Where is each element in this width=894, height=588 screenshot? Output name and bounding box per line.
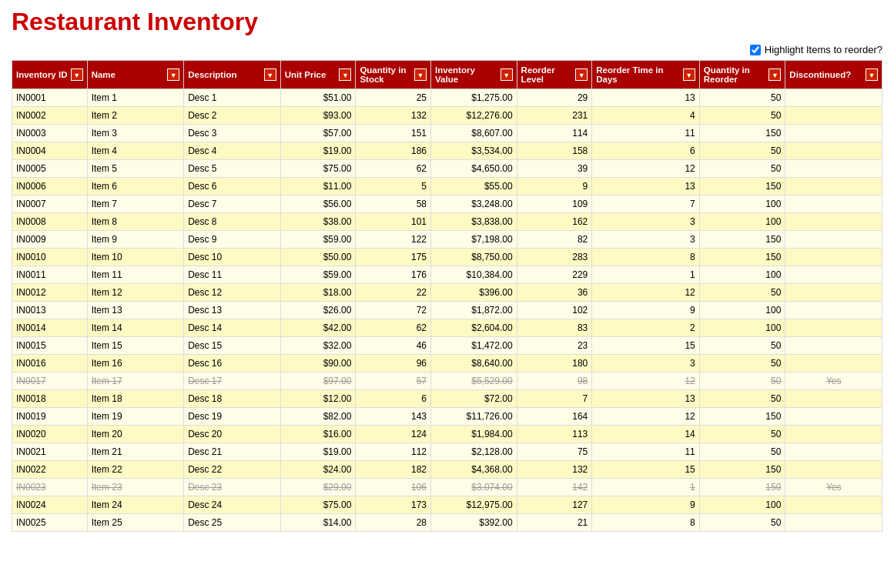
table-cell: 100 [699,213,785,231]
table-cell: 6 [592,142,700,160]
table-cell: Desc 24 [184,496,281,514]
table-cell: Desc 19 [184,408,281,426]
table-cell [785,408,882,426]
table-cell: 6 [356,390,431,408]
table-row: IN0001Item 1Desc 1$51.0025$1,275.0029135… [12,89,882,107]
table-cell: $4,650.00 [431,160,517,178]
table-cell: $93.00 [280,107,356,125]
table-cell: 25 [356,89,431,107]
table-cell: $82.00 [280,408,356,426]
table-cell: Desc 1 [184,89,281,107]
table-cell: 12 [592,160,700,178]
table-row: IN0006Item 6Desc 6$11.005$55.00913150 [12,178,882,195]
col-name-dropdown[interactable]: ▼ [167,68,179,81]
table-cell: IN0018 [12,390,88,408]
table-cell: $72.00 [431,390,517,408]
table-row: IN0017Item 17Desc 17$97.0057$5,529.00981… [12,373,882,390]
table-cell: 7 [592,195,700,213]
table-cell: Desc 25 [184,514,281,532]
table-cell: Item 22 [87,461,184,479]
col-reorder-dropdown[interactable]: ▼ [575,68,588,81]
table-cell: $4,368.00 [431,461,517,479]
table-cell: $56.00 [280,195,356,213]
table-cell: 158 [517,142,592,160]
table-cell: IN0009 [12,231,88,249]
col-days-dropdown[interactable]: ▼ [683,68,695,81]
table-cell: IN0010 [12,249,88,266]
table-row: IN0007Item 7Desc 7$56.0058$3,248.0010971… [12,195,882,213]
col-qreorder-dropdown[interactable]: ▼ [768,68,781,81]
table-cell: $18.00 [280,284,356,302]
table-cell: $97.00 [280,373,356,390]
table-cell: $51.00 [280,89,356,107]
table-cell: Item 4 [87,142,184,160]
table-cell: $90.00 [280,355,356,373]
table-cell: Item 1 [87,89,184,107]
table-cell: 3 [592,213,700,231]
table-cell: Item 19 [87,408,184,426]
table-cell: 182 [356,461,431,479]
table-cell: $8,607.00 [431,125,517,142]
table-cell [785,284,882,302]
table-row: IN0014Item 14Desc 14$42.0062$2,604.00832… [12,319,882,337]
table-cell: 11 [592,443,700,461]
table-cell: Desc 10 [184,249,281,266]
col-stock-dropdown[interactable]: ▼ [414,68,427,81]
table-cell: 150 [699,461,785,479]
col-id-dropdown[interactable]: ▼ [71,68,83,81]
table-cell [785,213,882,231]
table-cell: 150 [699,408,785,426]
col-value-dropdown[interactable]: ▼ [501,68,513,81]
col-disc-dropdown[interactable]: ▼ [866,68,878,81]
table-cell: 58 [356,195,431,213]
col-desc-dropdown[interactable]: ▼ [264,68,276,81]
table-row: IN0005Item 5Desc 5$75.0062$4,650.0039125… [12,160,882,178]
table-cell: 150 [699,479,785,496]
table-cell [785,514,882,532]
table-cell: 114 [517,125,592,142]
highlight-label[interactable]: Highlight Items to reorder? [750,44,882,55]
table-cell: 100 [699,319,785,337]
table-cell: 100 [699,266,785,284]
top-bar: Highlight Items to reorder? [12,44,882,55]
table-cell: Desc 7 [184,195,281,213]
table-row: IN0010Item 10Desc 10$50.00175$8,750.0028… [12,249,882,266]
table-cell: $3,838.00 [431,213,517,231]
table-row: IN0008Item 8Desc 8$38.00101$3,838.001623… [12,213,882,231]
table-cell: 39 [517,160,592,178]
table-cell: IN0016 [12,355,88,373]
table-cell [785,496,882,514]
table-cell: 75 [517,443,592,461]
table-cell: Desc 8 [184,213,281,231]
table-row: IN0024Item 24Desc 24$75.00173$12,975.001… [12,496,882,514]
table-cell: Item 21 [87,443,184,461]
table-cell: 12 [592,284,700,302]
table-cell: 229 [517,266,592,284]
table-cell: $19.00 [280,142,356,160]
table-cell: 50 [699,107,785,125]
table-cell: IN0013 [12,302,88,319]
table-cell: 113 [517,426,592,443]
table-cell: 62 [356,160,431,178]
table-cell: 150 [699,231,785,249]
table-cell: 100 [699,302,785,319]
col-header-days: Reorder Time in Days ▼ [592,61,700,89]
table-cell: $7,198.00 [431,231,517,249]
table-cell: Item 15 [87,337,184,355]
table-cell: Desc 18 [184,390,281,408]
table-cell: $2,128.00 [431,443,517,461]
table-cell [785,355,882,373]
table-cell: 132 [517,461,592,479]
col-price-dropdown[interactable]: ▼ [339,68,351,81]
table-cell: $12,975.00 [431,496,517,514]
table-cell: Desc 20 [184,426,281,443]
table-cell: 13 [592,390,700,408]
table-cell: 132 [356,107,431,125]
table-cell: 100 [699,195,785,213]
table-cell: 50 [699,443,785,461]
table-cell: 50 [699,514,785,532]
table-cell: IN0020 [12,426,88,443]
table-cell [785,461,882,479]
table-cell: Item 3 [87,125,184,142]
highlight-checkbox[interactable] [750,45,761,55]
